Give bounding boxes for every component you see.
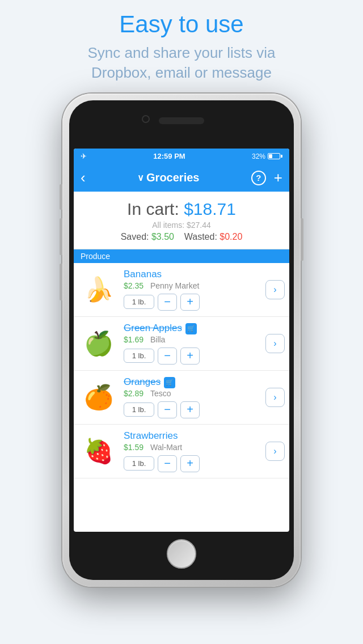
- wasted-label: Wasted:: [184, 232, 217, 242]
- saved-wasted-row: Saved: $3.50 Wasted: $0.20: [79, 232, 284, 242]
- all-items-amount: $27.44: [187, 221, 211, 230]
- cart-icon-green-apples: 🛒: [187, 325, 195, 332]
- item-store-strawberries: Wal-Mart: [150, 443, 182, 452]
- item-price-store-strawberries: $1.59 Wal-Mart: [124, 443, 261, 452]
- item-info-oranges: Oranges 🛒 $2.89 Tesco 1 lb.: [124, 376, 261, 418]
- item-controls-green-apples: 1 lb. − +: [124, 348, 261, 365]
- minus-green-apples[interactable]: −: [158, 348, 177, 365]
- qty-oranges[interactable]: 1 lb.: [124, 402, 154, 417]
- item-name-bananas: Bananas: [124, 269, 162, 280]
- main-title: Easy to use: [88, 10, 276, 39]
- volume-up-button: [60, 218, 62, 255]
- cart-total: In cart: $18.71: [79, 200, 284, 219]
- item-store-green-apples: Billa: [150, 335, 165, 344]
- cart-summary: In cart: $18.71 All items: $27.44 Saved:…: [74, 192, 289, 249]
- detail-chevron-green-apples[interactable]: ›: [265, 334, 285, 353]
- plus-strawberries[interactable]: +: [180, 455, 200, 472]
- all-items-label: All items:: [152, 221, 184, 230]
- item-price-store-oranges: $2.89 Tesco: [124, 389, 261, 398]
- saved-amount: $3.50: [151, 232, 174, 242]
- item-price-bananas: $2.35: [124, 281, 143, 290]
- subtitle: Sync and share your lists viaDropbox, em…: [88, 43, 276, 83]
- item-name-row-strawberries: Strawberries: [124, 430, 261, 443]
- item-image-bananas: 🍌: [78, 269, 119, 310]
- airplane-icon: ✈: [81, 152, 87, 160]
- in-cart-badge-green-apples: 🛒: [185, 323, 197, 334]
- item-price-store-green-apples: $1.69 Billa: [124, 335, 261, 344]
- item-name-row-green-apples: Green Apples 🛒: [124, 323, 261, 335]
- mute-button: [60, 184, 62, 210]
- wasted-amount: $0.20: [220, 232, 242, 242]
- list-item: 🍌 Bananas $2.35 Penny Market 1 lb.: [74, 263, 289, 317]
- detail-chevron-oranges[interactable]: ›: [265, 388, 285, 407]
- phone-shell: ✈ 12:59 PM 32% ‹: [62, 94, 301, 587]
- item-image-oranges: 🍊: [78, 377, 119, 418]
- home-button[interactable]: [167, 539, 196, 569]
- in-cart-label: In cart:: [127, 200, 179, 218]
- nav-bar: ‹ ∨ Groceries ? +: [74, 164, 289, 192]
- list-item: 🍓 Strawberries $1.59 Wal-Mart 1 lb.: [74, 425, 289, 478]
- nav-title-text: Groceries: [146, 171, 199, 184]
- power-button: [301, 218, 303, 261]
- qty-green-apples[interactable]: 1 lb.: [124, 349, 154, 363]
- battery-tip: [281, 155, 282, 158]
- saved-label: Saved:: [121, 232, 149, 242]
- item-name-oranges: Oranges: [124, 376, 161, 388]
- camera: [142, 115, 150, 123]
- qty-bananas[interactable]: 1 lb.: [124, 295, 154, 309]
- nav-title: ∨ Groceries: [137, 171, 199, 184]
- speaker: [159, 117, 204, 124]
- item-info-strawberries: Strawberries $1.59 Wal-Mart 1 lb. − +: [124, 430, 261, 472]
- qty-strawberries[interactable]: 1 lb.: [124, 456, 154, 471]
- minus-oranges[interactable]: −: [158, 401, 177, 418]
- minus-bananas[interactable]: −: [158, 294, 177, 311]
- in-cart-badge-oranges: 🛒: [164, 377, 175, 388]
- all-items-row: All items: $27.44: [79, 221, 284, 230]
- item-name-green-apples: Green Apples: [124, 323, 182, 334]
- add-item-button[interactable]: +: [274, 169, 282, 187]
- section-header-produce: Produce: [74, 249, 289, 263]
- item-price-store-bananas: $2.35 Penny Market: [124, 281, 261, 290]
- cart-icon-oranges: 🛒: [166, 379, 174, 386]
- status-bar: ✈ 12:59 PM 32%: [74, 149, 289, 164]
- item-price-oranges: $2.89: [124, 389, 143, 398]
- title-chevron: ∨: [137, 172, 144, 183]
- item-image-green-apples: 🍏: [78, 323, 119, 364]
- plus-bananas[interactable]: +: [180, 294, 200, 311]
- detail-chevron-bananas[interactable]: ›: [265, 280, 285, 299]
- item-controls-oranges: 1 lb. − +: [124, 401, 261, 418]
- minus-strawberries[interactable]: −: [158, 455, 177, 472]
- battery-fill: [269, 154, 272, 158]
- page-header: Easy to use Sync and share your lists vi…: [65, 0, 298, 89]
- item-name-row-bananas: Bananas: [124, 269, 261, 281]
- item-store-bananas: Penny Market: [150, 281, 199, 290]
- battery-body: [268, 153, 280, 159]
- item-store-oranges: Tesco: [150, 389, 171, 398]
- list-item: 🍏 Green Apples 🛒 $1.69 Billa: [74, 317, 289, 371]
- phone-screen: ✈ 12:59 PM 32% ‹: [74, 149, 289, 532]
- item-info-bananas: Bananas $2.35 Penny Market 1 lb. − +: [124, 269, 261, 311]
- item-controls-strawberries: 1 lb. − +: [124, 455, 261, 472]
- list-item: 🍊 Oranges 🛒 $2.89 Tesco: [74, 371, 289, 425]
- detail-chevron-strawberries[interactable]: ›: [265, 442, 285, 461]
- battery-icon: [268, 153, 282, 159]
- phone-inner: ✈ 12:59 PM 32% ‹: [69, 100, 294, 580]
- nav-actions: ? +: [251, 169, 282, 187]
- item-controls-bananas: 1 lb. − +: [124, 294, 261, 311]
- items-list: 🍌 Bananas $2.35 Penny Market 1 lb.: [74, 263, 289, 478]
- status-left: ✈: [81, 152, 87, 160]
- battery-pct: 32%: [252, 152, 265, 160]
- cart-total-amount: $18.71: [184, 200, 236, 218]
- volume-down-button: [60, 264, 62, 300]
- plus-green-apples[interactable]: +: [180, 348, 200, 365]
- item-price-strawberries: $1.59: [124, 443, 143, 452]
- back-button[interactable]: ‹: [81, 169, 86, 187]
- item-image-strawberries: 🍓: [78, 431, 119, 472]
- help-button[interactable]: ?: [251, 171, 266, 185]
- item-price-green-apples: $1.69: [124, 335, 143, 344]
- item-name-row-oranges: Oranges 🛒: [124, 376, 261, 389]
- status-right: 32%: [252, 152, 282, 160]
- phone-outer: ✈ 12:59 PM 32% ‹: [62, 94, 301, 587]
- plus-oranges[interactable]: +: [180, 401, 200, 418]
- item-name-strawberries: Strawberries: [124, 430, 178, 442]
